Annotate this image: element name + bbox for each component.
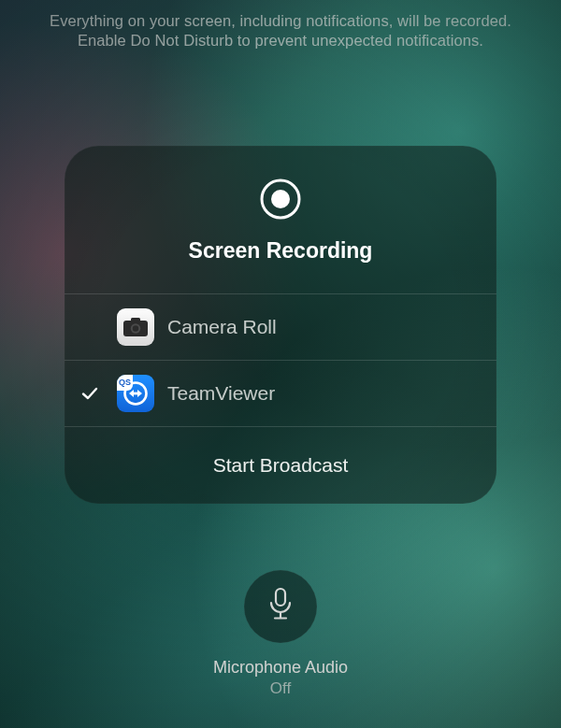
panel-header: Screen Recording — [65, 146, 496, 293]
microphone-section: Microphone Audio Off — [0, 570, 561, 698]
recording-warning-text: Everything on your screen, including not… — [0, 11, 561, 50]
svg-rect-8 — [276, 589, 285, 606]
svg-point-5 — [133, 325, 138, 331]
svg-point-1 — [271, 190, 290, 208]
camera-roll-app-icon — [117, 308, 154, 346]
broadcast-option-label: TeamViewer — [167, 382, 275, 405]
teamviewer-app-icon: QS — [117, 375, 154, 412]
start-broadcast-label: Start Broadcast — [213, 454, 349, 477]
broadcast-option-camera-roll[interactable]: Camera Roll — [65, 293, 496, 360]
start-broadcast-button[interactable]: Start Broadcast — [65, 426, 496, 504]
svg-rect-3 — [131, 318, 140, 322]
broadcast-option-teamviewer[interactable]: QS TeamViewer — [65, 360, 496, 426]
microphone-icon — [266, 587, 295, 626]
microphone-toggle-button[interactable] — [244, 570, 317, 643]
svg-rect-7 — [133, 393, 138, 395]
microphone-status: Off — [270, 679, 291, 698]
checkmark-icon — [76, 384, 104, 403]
screen-recording-panel: Screen Recording Camera Roll — [65, 146, 496, 504]
microphone-label: Microphone Audio — [213, 658, 348, 678]
broadcast-option-label: Camera Roll — [167, 316, 277, 338]
teamviewer-qs-badge: QS — [117, 375, 133, 391]
panel-title: Screen Recording — [189, 238, 373, 264]
record-icon — [258, 177, 303, 225]
